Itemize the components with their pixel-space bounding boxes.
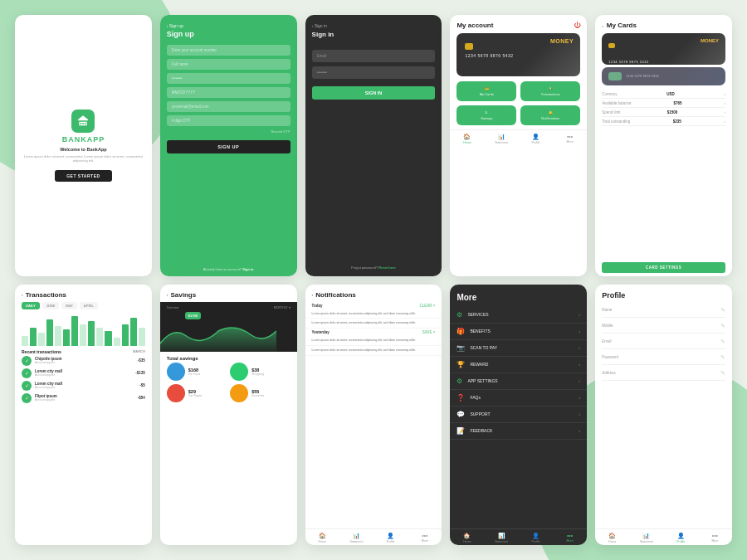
available-balance-arrow[interactable]: › — [725, 101, 726, 105]
transaction-icon-3: ✓ — [22, 381, 32, 391]
resend-otp[interactable]: Resend OTP — [167, 129, 290, 134]
profile-nav-more[interactable]: ••• More — [698, 533, 732, 543]
tab-may[interactable]: MAY — [61, 302, 77, 309]
transaction-amount-1: -$35 — [138, 358, 145, 363]
notif-nav-home[interactable]: 🏠 Home — [305, 533, 339, 543]
signin-footer: Forgot password? Reset here — [305, 258, 442, 276]
signup-back[interactable]: ‹ Sign up — [167, 23, 290, 28]
more-nav-statement[interactable]: 📊 Statement — [485, 533, 519, 543]
more-item-scan[interactable]: 📷 SCAN TO PAY › — [450, 340, 587, 357]
otp-input[interactable] — [167, 115, 290, 126]
transaction-info-1: Chipotle ipsum Account app/ite — [35, 357, 134, 364]
profile-mobile-edit[interactable]: ✎ — [720, 323, 725, 329]
cards-label: My Cards — [480, 92, 494, 96]
savings-label: Savings — [481, 116, 492, 120]
notif-nav-profile[interactable]: 👤 Profile — [374, 533, 408, 543]
savings-tile[interactable]: ⚖ Savings — [456, 105, 516, 125]
chart-period: MONTHLY ▾ — [274, 306, 290, 309]
clear-yesterday[interactable]: SAVE × — [422, 330, 436, 334]
total-outstanding-arrow[interactable]: › — [724, 119, 725, 124]
profile-fields: Name ✎ Mobile ✎ Email ✎ Password ✎ Addre… — [595, 304, 732, 381]
profile-email-edit[interactable]: ✎ — [720, 338, 725, 345]
notifications-tile[interactable]: 🔔 Notifications — [520, 105, 580, 125]
more-item-app-settings[interactable]: ⚙ APP SETTINGS › — [450, 373, 587, 390]
savings-item-3: $29 Car Repair — [167, 384, 227, 402]
nav-profile[interactable]: 👤 Profile — [519, 134, 553, 144]
signup-button[interactable]: SIGN UP — [167, 140, 290, 153]
profile-nav-profile[interactable]: 👤 Profile — [664, 533, 698, 543]
more-item-feedback[interactable]: 📝 FEEDBACK › — [450, 423, 587, 440]
cards-title: My Cards — [607, 22, 637, 29]
get-started-button[interactable]: GET STARTED — [55, 170, 111, 182]
available-balance-row: Available balance $765 › — [602, 101, 725, 108]
email-input[interactable] — [167, 101, 290, 112]
notifications-back[interactable]: ‹ — [312, 292, 314, 297]
notif-1: Lorem ipsum dolor sit amet, consectetur … — [305, 309, 442, 319]
more-nav-more[interactable]: ••• More — [553, 533, 587, 543]
savings-name-3: Car Repair — [188, 394, 203, 397]
profile-name-edit[interactable]: ✎ — [720, 307, 725, 314]
transactions-back[interactable]: ‹ — [22, 292, 23, 297]
signin-button[interactable]: SIGN IN — [312, 86, 436, 100]
transactions-tabs: DAILY JUNE MAY APRIL — [15, 302, 152, 309]
savings-dot-3 — [167, 384, 185, 402]
cards-back[interactable]: ‹ — [602, 23, 603, 28]
signin-link[interactable]: Sign in — [242, 267, 253, 271]
tab-june[interactable]: JUNE — [42, 302, 60, 309]
profile-password-edit[interactable]: ✎ — [720, 354, 725, 361]
feedback-icon: 📝 — [456, 427, 465, 435]
nav-home[interactable]: 🏠 Home — [450, 134, 484, 144]
cards-icon: 💳 — [485, 86, 489, 90]
more-item-services[interactable]: ⚙ SERVICES › — [450, 307, 587, 324]
fullname-input[interactable] — [167, 59, 290, 70]
reward-label: REWARD — [470, 362, 574, 367]
tab-daily[interactable]: DAILY — [22, 302, 40, 309]
nav-statement[interactable]: 📊 Statement — [485, 134, 519, 144]
notif-nav-more[interactable]: ••• More — [408, 533, 442, 543]
more-item-support[interactable]: 💬 SUPPORT › — [450, 407, 587, 423]
nav-more[interactable]: ••• More — [553, 134, 587, 144]
signup-form: Resend OTP SIGN UP — [160, 45, 297, 261]
more-nav-profile[interactable]: 👤 Profile — [519, 533, 553, 543]
savings-back[interactable]: ‹ — [167, 292, 168, 297]
bar-7 — [71, 316, 78, 346]
savings-info-4: $55 Groceries — [251, 389, 264, 397]
support-arrow: › — [579, 411, 580, 416]
primary-card: MONEY 1234 5678 9876 5432 — [602, 33, 725, 65]
more-header: More — [450, 285, 587, 307]
card-chip — [465, 43, 473, 50]
notif-nav-statement[interactable]: 📊 Statement — [339, 533, 374, 543]
profile-nav-statement[interactable]: 📊 Statement — [629, 533, 663, 543]
profile-address-edit[interactable]: ✎ — [720, 370, 725, 377]
notif-2: Lorem ipsum dolor sit amet, consectetur … — [305, 319, 442, 329]
signin-password-field[interactable] — [312, 66, 436, 79]
my-cards-tile[interactable]: 💳 My Cards — [456, 81, 516, 101]
power-icon[interactable]: ⏻ — [574, 22, 580, 29]
services-icon: ⚙ — [456, 311, 462, 319]
email-field[interactable] — [312, 50, 436, 62]
benefits-arrow: › — [579, 329, 580, 334]
more-nav-home[interactable]: 🏠 Home — [450, 533, 484, 543]
transaction-sub-1: Account app/ite — [35, 361, 134, 364]
feedback-arrow: › — [579, 428, 580, 433]
password-input[interactable] — [167, 73, 290, 84]
more-item-faqs[interactable]: ❓ FAQs › — [450, 390, 587, 407]
signin-back[interactable]: ‹ Sign in — [312, 23, 436, 28]
dob-input[interactable] — [167, 87, 290, 98]
transactions-tile[interactable]: 💵 Transactions — [520, 81, 580, 101]
savings-item-1: $168 Inv. Fund — [167, 363, 227, 381]
welcome-description: Lorem ipsum dolor sit amet, consectetur … — [22, 154, 145, 163]
more-item-benefits[interactable]: 🎁 BENEFITS › — [450, 324, 587, 340]
card-settings-button[interactable]: CARD SETTINGS — [602, 262, 725, 273]
clear-today[interactable]: CLEAR × — [420, 304, 436, 308]
reset-link[interactable]: Reset here — [378, 265, 395, 270]
profile-nav-home[interactable]: 🏠 Home — [595, 533, 629, 543]
profile-address-row: Address ✎ — [602, 367, 725, 381]
currency-arrow[interactable]: › — [725, 92, 726, 96]
spend-limit-label: Spend limit — [602, 110, 620, 114]
account-number-input[interactable] — [167, 45, 290, 56]
more-item-reward[interactable]: 🏆 REWARD › — [450, 357, 587, 373]
reward-arrow: › — [579, 362, 580, 367]
tab-april[interactable]: APRIL — [80, 302, 98, 309]
spend-limit-arrow[interactable]: › — [725, 110, 726, 114]
